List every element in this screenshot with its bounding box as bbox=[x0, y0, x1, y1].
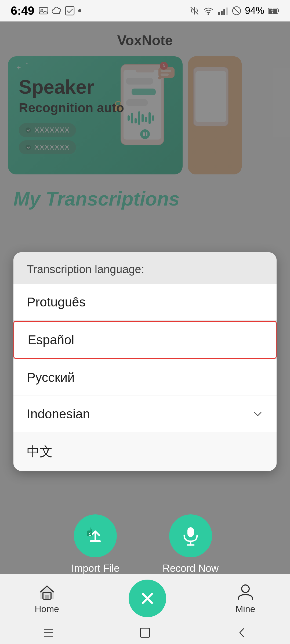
close-modal-button[interactable] bbox=[129, 580, 166, 617]
nav-mine-label: Mine bbox=[235, 604, 255, 614]
status-icons-left bbox=[39, 6, 82, 16]
status-time: 6:49 bbox=[11, 4, 34, 17]
status-bar: 6:49 bbox=[0, 0, 290, 21]
svg-rect-46 bbox=[90, 540, 101, 542]
system-recents-button[interactable] bbox=[42, 626, 55, 641]
import-file-button[interactable] bbox=[74, 514, 117, 557]
person-icon bbox=[236, 583, 255, 602]
language-label-chinese: 中文 bbox=[27, 443, 53, 460]
language-label-portuguese: Protuguês bbox=[27, 295, 86, 309]
bottom-actions: Import File Record Now bbox=[0, 514, 290, 574]
svg-point-5 bbox=[208, 13, 209, 15]
svg-rect-14 bbox=[278, 9, 279, 12]
svg-point-3 bbox=[78, 9, 81, 12]
import-file-label: Import File bbox=[71, 563, 119, 574]
chevron-down-icon bbox=[252, 409, 263, 419]
svg-rect-8 bbox=[223, 9, 225, 15]
home-icon bbox=[38, 583, 56, 602]
language-option-portuguese[interactable]: Protuguês bbox=[13, 284, 277, 320]
record-now-item: Record Now bbox=[162, 514, 219, 574]
bottom-nav: Home Mine bbox=[0, 574, 290, 623]
record-now-label: Record Now bbox=[162, 563, 219, 574]
signal-icon bbox=[218, 6, 228, 16]
svg-rect-2 bbox=[66, 6, 74, 15]
record-now-button[interactable] bbox=[169, 514, 212, 557]
cloud-icon bbox=[52, 6, 62, 16]
language-option-chinese[interactable]: 中文 bbox=[13, 432, 277, 471]
svg-rect-48 bbox=[187, 527, 194, 537]
language-label-spanish: Español bbox=[28, 332, 74, 347]
upload-icon bbox=[85, 525, 106, 547]
import-file-item: Import File bbox=[71, 514, 119, 574]
svg-rect-9 bbox=[226, 8, 228, 15]
close-icon bbox=[138, 589, 157, 608]
language-label-indonesian: Indonesian bbox=[27, 407, 90, 421]
system-nav bbox=[0, 623, 290, 644]
check-icon bbox=[65, 6, 75, 16]
microphone-icon bbox=[180, 525, 201, 547]
mute-icon bbox=[190, 6, 199, 16]
language-option-spanish[interactable]: Español bbox=[13, 321, 277, 359]
image-icon bbox=[39, 6, 48, 16]
app-container: VoxNote Speaker Recognition auto XXXXXXX bbox=[0, 21, 290, 644]
language-modal-header: Transcription language: bbox=[13, 252, 277, 284]
svg-rect-6 bbox=[218, 12, 220, 15]
language-label-russian: Русский bbox=[27, 370, 75, 385]
system-home-button[interactable] bbox=[138, 626, 152, 641]
nav-home-label: Home bbox=[35, 604, 59, 614]
svg-line-11 bbox=[233, 8, 240, 14]
status-icons-right: 94% bbox=[190, 5, 279, 16]
language-option-russian[interactable]: Русский bbox=[13, 359, 277, 396]
language-modal: Transcription language: Protuguês Españo… bbox=[13, 252, 277, 471]
battery-icon bbox=[268, 7, 279, 14]
system-back-button[interactable] bbox=[235, 626, 248, 641]
dot-icon bbox=[78, 9, 82, 13]
svg-rect-0 bbox=[39, 8, 48, 14]
svg-rect-59 bbox=[140, 628, 150, 637]
svg-point-55 bbox=[242, 585, 249, 592]
svg-rect-7 bbox=[221, 11, 223, 15]
nav-mine[interactable]: Mine bbox=[235, 583, 255, 614]
battery-percent: 94% bbox=[245, 5, 264, 16]
wifi-icon bbox=[203, 6, 214, 16]
nav-home[interactable]: Home bbox=[35, 583, 59, 614]
language-option-indonesian[interactable]: Indonesian bbox=[13, 396, 277, 432]
blocked-icon bbox=[232, 6, 241, 15]
status-left: 6:49 bbox=[11, 4, 82, 17]
